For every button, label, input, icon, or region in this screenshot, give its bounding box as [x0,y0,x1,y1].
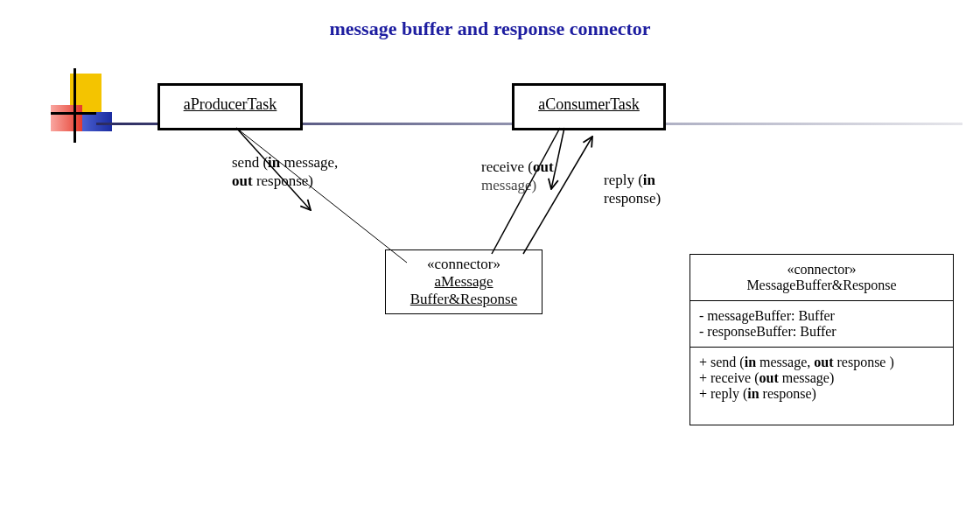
logo-cross-horz [51,112,96,115]
producer-task-box: aProducerTask [158,83,303,130]
logo-square-red [51,105,82,131]
diagram-title: message buffer and response connector [0,18,980,40]
connector-instance-box: «connector» aMessage Buffer&Response [385,249,542,314]
consumer-task-label: aConsumerTask [538,95,640,113]
reply-label: reply (in response) [604,171,661,208]
svg-line-4 [523,137,592,254]
consumer-task-box: aConsumerTask [512,83,666,130]
send-label: send (in message, out response) [232,153,338,191]
connector-name-line2: Buffer&Response [389,291,538,308]
logo-cross-vert [74,68,76,143]
connector-stereo: «connector» [389,256,538,273]
uml-operations: + send (in message, out response ) + rec… [690,348,953,425]
uml-attributes: - messageBuffer: Buffer - responseBuffer… [690,301,953,348]
producer-task-label: aProducerTask [184,95,277,113]
uml-class-box: «connector» MessageBuffer&Response - mes… [690,254,954,425]
connector-name-line1: aMessage [389,273,538,291]
uml-header: «connector» MessageBuffer&Response [690,255,953,301]
logo-square-blue [82,112,112,131]
svg-line-1 [236,128,407,263]
receive-label: receive (out message) [481,158,554,195]
slide-logo [51,74,130,139]
